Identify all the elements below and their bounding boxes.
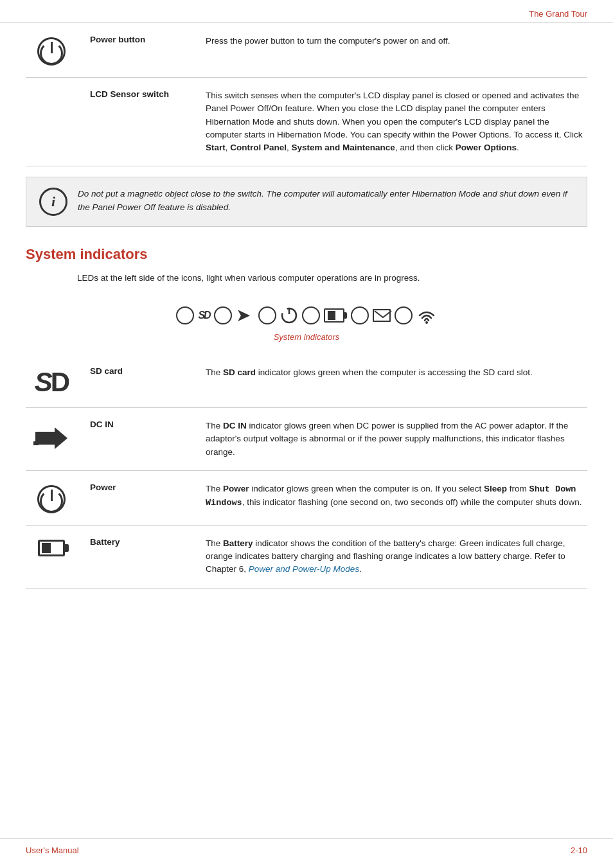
indicators-strip: SD ➤: [163, 298, 449, 332]
power-indicator-icon: [280, 306, 298, 324]
svg-rect-4: [33, 441, 39, 445]
dc-in-row: DC IN The DC IN indicator glows green wh…: [26, 408, 587, 471]
lcd-sensor-content: LCD Sensor switch This switch senses whe…: [90, 89, 587, 154]
sd-card-desc: The SD card indicator glows green when t…: [206, 366, 587, 379]
sd-card-icon-cell: SD: [26, 366, 77, 396]
indicators-row: SD ➤: [26, 298, 587, 342]
main-content: Power button Press the power button to t…: [0, 23, 613, 614]
sd-indicator-icon: SD: [198, 310, 209, 321]
power-button-icon: [26, 35, 77, 66]
led-circle-6: [395, 306, 413, 324]
battery-icon-cell: [26, 537, 77, 556]
led-circle-1: [176, 306, 194, 324]
lcd-sensor-label: LCD Sensor switch: [90, 89, 193, 154]
led-circle-2: [214, 306, 232, 324]
led-circle-3: [258, 306, 276, 324]
lcd-sensor-row: LCD Sensor switch This switch senses whe…: [26, 78, 587, 166]
section-title: System indicators: [26, 246, 587, 263]
page-footer: User's Manual 2-10: [0, 838, 613, 855]
power-large-icon: [37, 485, 66, 513]
dc-in-label: DC IN: [90, 420, 193, 459]
power-button-row: Power button Press the power button to t…: [26, 23, 587, 78]
note-box: i Do not put a magnetic object close to …: [26, 177, 587, 227]
dcin-indicator-icon: ➤: [236, 305, 251, 326]
power-icon-cell: [26, 483, 77, 513]
battery-row: Battery The Battery indicator shows the …: [26, 526, 587, 589]
power-content: Power The Power indicator glows green wh…: [90, 483, 587, 510]
power-button-content: Power button Press the power button to t…: [90, 35, 587, 48]
power-modes-link[interactable]: Power and Power-Up Modes: [249, 564, 359, 574]
power-icon: [37, 37, 66, 66]
power-button-desc: Press the power button to turn the compu…: [206, 35, 587, 48]
wifi-indicator-icon: [416, 306, 437, 324]
power-label: Power: [90, 483, 193, 510]
info-icon: i: [39, 188, 67, 216]
battery-indicator-icon: [324, 308, 347, 323]
dc-in-content: DC IN The DC IN indicator glows green wh…: [90, 420, 587, 459]
sd-card-label: SD card: [90, 366, 193, 379]
sd-card-content: SD card The SD card indicator glows gree…: [90, 366, 587, 379]
led-circle-4: [302, 306, 320, 324]
battery-label: Battery: [90, 537, 193, 576]
power-button-label: Power button: [90, 35, 193, 48]
page-header: The Grand Tour: [0, 0, 613, 23]
indicators-caption: System indicators: [274, 332, 340, 342]
chapter-title: The Grand Tour: [529, 9, 587, 19]
svg-marker-3: [35, 427, 67, 449]
lcd-sensor-desc: This switch senses when the computer's L…: [206, 89, 587, 154]
footer-left: User's Manual: [26, 846, 79, 855]
dc-in-icon-cell: [26, 420, 77, 454]
hdd-indicator-icon: [373, 309, 391, 322]
battery-desc: The Battery indicator shows the conditio…: [206, 537, 587, 576]
sd-card-row: SD SD card The SD card indicator glows g…: [26, 355, 587, 408]
battery-content: Battery The Battery indicator shows the …: [90, 537, 587, 576]
dcin-large-icon: [32, 422, 71, 454]
sd-large-icon: SD: [35, 369, 68, 396]
note-text: Do not put a magnetic object close to th…: [78, 188, 574, 215]
dc-in-desc: The DC IN indicator glows green when DC …: [206, 420, 587, 459]
svg-point-2: [425, 321, 428, 324]
section-intro: LEDs at the left side of the icons, ligh…: [77, 272, 587, 285]
power-desc: The Power indicator glows green when the…: [206, 483, 587, 510]
footer-right: 2-10: [571, 846, 587, 855]
battery-large-icon: [38, 540, 65, 556]
led-circle-5: [351, 306, 369, 324]
power-row: Power The Power indicator glows green wh…: [26, 471, 587, 526]
lcd-sensor-icon: [26, 89, 77, 92]
page-container: The Grand Tour Power button Press the po…: [0, 0, 613, 868]
